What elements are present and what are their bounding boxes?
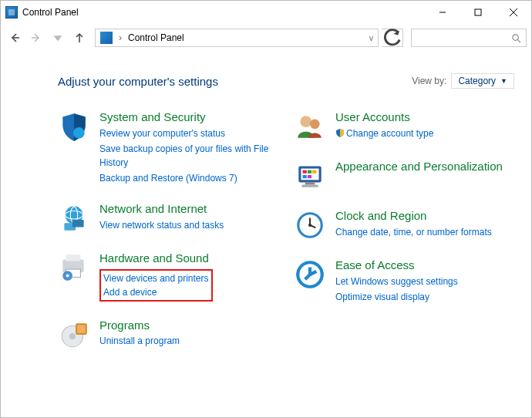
address-dropdown-icon[interactable]: v <box>369 34 373 42</box>
category-user-accounts: User Accounts Change account type <box>294 110 514 143</box>
svg-point-10 <box>73 127 85 139</box>
window-title: Control Panel <box>22 7 79 18</box>
content-area: Adjust your computer's settings View by:… <box>1 52 531 359</box>
svg-rect-2 <box>475 9 481 15</box>
category-title-programs[interactable]: Programs <box>99 319 180 333</box>
control-panel-icon <box>5 6 18 19</box>
link-devices-printers[interactable]: View devices and printers <box>103 271 209 285</box>
breadcrumb-location[interactable]: Control Panel <box>128 32 184 43</box>
titlebar: Control Panel <box>1 1 531 24</box>
category-clock-region: Clock and Region Change date, time, or n… <box>294 209 514 241</box>
breadcrumb-separator-icon: › <box>119 32 122 43</box>
category-title-system-security[interactable]: System and Security <box>99 110 278 125</box>
view-by-dropdown[interactable]: Category ▼ <box>451 73 514 89</box>
network-icon <box>58 202 90 234</box>
search-icon <box>511 33 521 43</box>
svg-rect-30 <box>312 170 316 174</box>
svg-rect-32 <box>308 175 311 178</box>
shield-icon <box>58 110 90 143</box>
view-by-control: View by: Category ▼ <box>412 73 514 89</box>
svg-rect-28 <box>303 170 307 174</box>
svg-point-42 <box>308 273 311 276</box>
svg-rect-16 <box>66 255 81 261</box>
svg-line-9 <box>517 39 520 42</box>
category-title-ease-of-access[interactable]: Ease of Access <box>335 258 458 273</box>
link-windows-suggest[interactable]: Let Windows suggest settings <box>335 275 458 288</box>
link-network-status[interactable]: View network status and tasks <box>99 218 224 232</box>
svg-rect-34 <box>302 185 318 187</box>
view-by-value: Category <box>458 76 496 86</box>
category-title-appearance[interactable]: Appearance and Personalization <box>335 160 503 174</box>
svg-point-25 <box>310 120 320 130</box>
svg-rect-33 <box>305 182 315 184</box>
category-system-security: System and Security Review your computer… <box>58 110 278 185</box>
link-optimize-display[interactable]: Optimize visual display <box>335 290 458 304</box>
page-heading: Adjust your computer's settings <box>58 75 218 88</box>
clock-icon <box>294 209 326 241</box>
category-ease-of-access: Ease of Access Let Windows suggest setti… <box>294 258 514 304</box>
category-hardware-sound: Hardware and Sound View devices and prin… <box>58 251 278 302</box>
users-icon <box>294 110 326 143</box>
category-title-users[interactable]: User Accounts <box>335 110 433 125</box>
close-button[interactable] <box>496 1 531 24</box>
address-bar-icon <box>100 32 113 44</box>
category-title-clock[interactable]: Clock and Region <box>335 209 492 224</box>
printer-icon <box>58 251 90 284</box>
link-change-account-type[interactable]: Change account type <box>335 126 433 141</box>
search-input[interactable] <box>411 29 527 47</box>
link-file-history[interactable]: Save backup copies of your files with Fi… <box>99 142 278 170</box>
programs-icon <box>58 319 90 351</box>
category-programs: Programs Uninstall a program <box>58 319 278 351</box>
category-title-hardware[interactable]: Hardware and Sound <box>99 251 213 266</box>
svg-rect-31 <box>303 175 307 178</box>
link-add-device[interactable]: Add a device <box>103 285 209 299</box>
link-date-time-formats[interactable]: Change date, time, or number formats <box>335 225 492 239</box>
category-appearance: Appearance and Personalization <box>294 160 514 192</box>
view-by-label: View by: <box>412 76 446 86</box>
svg-rect-23 <box>77 325 86 333</box>
back-button[interactable] <box>5 29 24 47</box>
category-title-network[interactable]: Network and Internet <box>99 202 224 217</box>
svg-rect-29 <box>308 170 311 174</box>
uac-shield-icon <box>335 127 345 141</box>
left-column: System and Security Review your computer… <box>58 110 278 351</box>
refresh-button[interactable] <box>382 29 403 47</box>
chevron-down-icon: ▼ <box>500 77 507 85</box>
link-review-status[interactable]: Review your computer's status <box>99 126 278 140</box>
link-uninstall[interactable]: Uninstall a program <box>99 334 180 348</box>
svg-point-19 <box>66 274 69 277</box>
svg-point-21 <box>69 332 76 339</box>
recent-locations-button[interactable] <box>49 29 67 47</box>
right-column: User Accounts Change account type Appear… <box>294 110 514 351</box>
ease-of-access-icon <box>294 258 326 291</box>
up-button[interactable] <box>70 29 89 47</box>
category-network-internet: Network and Internet View network status… <box>58 202 278 234</box>
toolbar: › Control Panel v <box>1 24 531 52</box>
forward-button[interactable] <box>27 29 45 47</box>
svg-point-8 <box>513 34 518 39</box>
appearance-icon <box>294 160 326 192</box>
svg-point-24 <box>300 116 311 127</box>
highlight-box: View devices and printers Add a device <box>99 269 213 302</box>
svg-point-39 <box>308 224 311 227</box>
svg-rect-14 <box>72 220 84 227</box>
minimize-button[interactable] <box>425 1 460 24</box>
link-backup-restore[interactable]: Backup and Restore (Windows 7) <box>99 171 278 185</box>
address-bar[interactable]: › Control Panel v <box>95 29 379 47</box>
maximize-button[interactable] <box>460 1 496 24</box>
svg-rect-0 <box>8 9 15 15</box>
